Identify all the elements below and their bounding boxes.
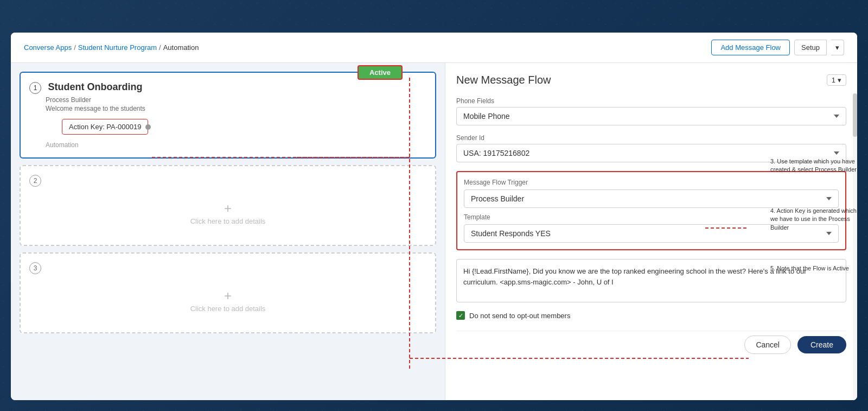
trigger-label: Message Flow Trigger [464, 179, 839, 186]
add-message-flow-button[interactable]: Add Message Flow [711, 40, 790, 55]
card1-title: Student Onboarding [48, 81, 142, 92]
breadcrumb-automation: Automation [163, 43, 199, 52]
card2-add-area: + Click here to add details [29, 191, 426, 236]
sender-id-group: Sender Id USA: 19175216802 [456, 134, 846, 162]
phone-fields-group: Phone Fields Mobile Phone [456, 97, 846, 125]
panel-title: New Message Flow [456, 74, 551, 86]
breadcrumb-converse-apps[interactable]: Converse Apps [24, 43, 72, 52]
scrollbar-thumb[interactable] [853, 93, 857, 137]
app-wrapper: Converse Apps / Student Nurture Program … [0, 0, 868, 411]
sender-id-label: Sender Id [456, 134, 846, 142]
card3-add-label: Click here to add details [190, 305, 266, 313]
cancel-button[interactable]: Cancel [744, 336, 791, 354]
scrollbar-track [853, 93, 857, 400]
action-key-text: Action Key: PA-000019 [69, 123, 141, 131]
active-badge: Active [358, 65, 403, 80]
card1-footer: Automation [46, 141, 426, 149]
flow-card-1[interactable]: Active 1 Student Onboarding Process Buil… [20, 72, 436, 159]
card2-plus-icon: + [224, 202, 232, 215]
content-area: Active 1 Student Onboarding Process Buil… [11, 63, 857, 400]
trigger-select[interactable]: Process Builder [464, 189, 839, 208]
phone-fields-label: Phone Fields [456, 97, 846, 105]
setup-caret-button[interactable]: ▾ [831, 40, 844, 55]
setup-button[interactable]: Setup [794, 40, 827, 55]
top-bar: Converse Apps / Student Nurture Program … [11, 33, 857, 63]
template-select[interactable]: Student Responds YES [464, 224, 839, 243]
card1-number: 1 [29, 82, 41, 94]
left-panel: Active 1 Student Onboarding Process Buil… [11, 63, 445, 400]
card1-header: 1 Student Onboarding [29, 81, 426, 94]
phone-fields-select[interactable]: Mobile Phone [456, 107, 846, 125]
card1-description: Welcome message to the students [46, 105, 426, 112]
trigger-box: Message Flow Trigger Process Builder Tem… [456, 171, 846, 250]
card1-subtitle: Process Builder [46, 96, 426, 104]
flow-card-2[interactable]: 2 + Click here to add details [20, 165, 436, 246]
top-bar-actions: Add Message Flow Setup ▾ [711, 40, 844, 55]
action-key-box: Action Key: PA-000019 [62, 119, 148, 135]
template-label: Template [464, 213, 839, 221]
breadcrumb-sep1: / [74, 43, 76, 52]
sender-id-select[interactable]: USA: 19175216802 [456, 144, 846, 162]
message-preview: Hi {!Lead.FirstName}, Did you know we ar… [456, 259, 846, 302]
flow-card-3[interactable]: 3 + Click here to add details [20, 252, 436, 333]
breadcrumb-program[interactable]: Student Nurture Program [78, 43, 157, 52]
create-button[interactable]: Create [797, 336, 846, 353]
opt-out-label: Do not send to opt-out members [469, 312, 570, 320]
panel-header: New Message Flow 1 ▾ [456, 74, 846, 86]
opt-out-row: Do not send to opt-out members [456, 311, 846, 320]
main-container: Converse Apps / Student Nurture Program … [11, 33, 857, 400]
panel-badge-caret: ▾ [838, 76, 841, 84]
panel-badge-number: 1 [832, 76, 835, 84]
card2-add-label: Click here to add details [190, 217, 266, 225]
card3-plus-icon: + [224, 289, 232, 302]
card2-number: 2 [29, 175, 41, 187]
breadcrumb: Converse Apps / Student Nurture Program … [24, 43, 199, 52]
card3-number: 3 [29, 262, 41, 274]
breadcrumb-sep2: / [159, 43, 161, 52]
right-panel: New Message Flow 1 ▾ Phone Fields Mobile… [445, 63, 857, 400]
panel-badge[interactable]: 1 ▾ [827, 74, 846, 86]
card3-add-area: + Click here to add details [29, 279, 426, 324]
action-key-dot [145, 124, 151, 130]
opt-out-checkbox[interactable] [456, 311, 465, 320]
panel-footer: Cancel Create [456, 331, 846, 354]
